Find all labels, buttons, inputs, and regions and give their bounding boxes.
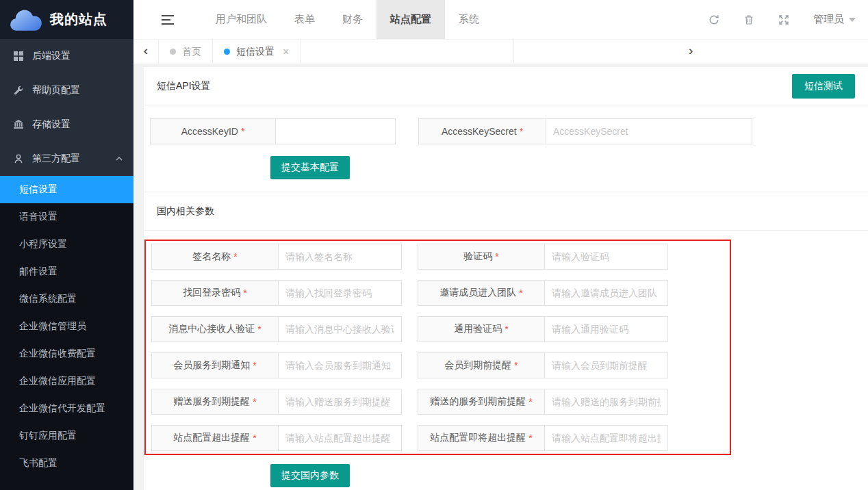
tabbar-next-button[interactable]: › [513, 40, 868, 64]
field-input[interactable] [278, 352, 402, 378]
field-label: 消息中心接收人验证* [151, 316, 279, 342]
sidebar-menu: 后端设置 帮助页配置 存储设置 第三方配置 [0, 39, 133, 176]
field-input[interactable] [544, 352, 668, 378]
field-label: AccessKeyID* [150, 118, 276, 144]
tab-status-dot-icon [224, 49, 230, 55]
sidebar-submenu-item[interactable]: 企业微信管理员 [0, 313, 133, 340]
nav-tab[interactable]: 站点配置 [376, 0, 445, 39]
field-input[interactable] [544, 316, 668, 342]
field-label: 站点配置超出提醒* [151, 425, 279, 451]
page-tab[interactable]: 短信设置 × [213, 40, 301, 64]
sidebar-menu-item[interactable]: 第三方配置 [0, 142, 133, 176]
sms-test-button[interactable]: 短信测试 [792, 74, 855, 99]
fullscreen-icon[interactable] [778, 14, 789, 25]
required-asterisk: * [257, 324, 261, 335]
nav-tab[interactable]: 用户和团队 [202, 0, 281, 39]
nav-tab-label: 表单 [294, 13, 315, 26]
form-field-group: 通用验证码* [418, 316, 669, 342]
sidebar-submenu-item[interactable]: 企业微信应用配置 [0, 368, 133, 395]
trash-icon[interactable] [743, 14, 754, 25]
annotation-box: 签名名称* 验证码* 找回登录密码* 邀请成员进入团队* 消息中心接收人验证* … [144, 240, 731, 455]
field-input[interactable] [544, 425, 668, 451]
nav-tab-label: 财务 [342, 13, 363, 26]
sidebar-submenu-item[interactable]: 企业微信代开发配置 [0, 395, 133, 422]
app-window: 我的站点 后端设置 帮助页配置 存储设置 第三方配置 短信设置 语音设置 小程序… [0, 0, 868, 490]
submenu-item-label: 微信系统配置 [19, 293, 77, 305]
user-menu[interactable]: 管理员 [813, 13, 856, 26]
field-input[interactable] [544, 389, 668, 415]
close-icon[interactable]: × [283, 46, 289, 58]
form-field-group: 会员服务到期通知* [151, 352, 403, 378]
api-section-header: 短信API设置 短信测试 [144, 67, 868, 105]
accesskeyid-input[interactable] [275, 118, 396, 144]
submenu-item-label: 企业微信代开发配置 [19, 402, 105, 415]
required-asterisk: * [495, 251, 498, 262]
required-asterisk: * [505, 324, 508, 335]
user-icon [14, 154, 23, 164]
nav-tab[interactable]: 系统 [445, 0, 493, 39]
domestic-section-header: 国内相关参数 [144, 192, 868, 230]
sidebar-submenu-item[interactable]: 钉钉应用配置 [0, 422, 133, 450]
required-asterisk: * [233, 251, 237, 262]
sidebar-menu-item[interactable]: 存储设置 [0, 107, 133, 142]
nav-tabs: 用户和团队 表单 财务 站点配置 系统 [202, 0, 493, 39]
field-input[interactable] [278, 244, 402, 270]
field-input[interactable] [278, 280, 402, 306]
menu-item-label: 存储设置 [32, 118, 71, 131]
field-label: 会员服务到期通知* [151, 352, 279, 378]
main-pane: 用户和团队 表单 财务 站点配置 系统 [133, 0, 868, 490]
submit-basic-config-button[interactable]: 提交基本配置 [270, 156, 350, 179]
accesskeysecret-input[interactable] [546, 118, 752, 144]
top-navbar: 用户和团队 表单 财务 站点配置 系统 [133, 0, 868, 39]
field-label: 邀请成员进入团队* [418, 280, 545, 306]
submenu-item-label: 企业微信管理员 [19, 320, 86, 333]
required-asterisk: * [514, 360, 518, 371]
sidebar-menu-item[interactable]: 后端设置 [0, 39, 133, 73]
form-field-group: 消息中心接收人验证* [151, 316, 403, 342]
submenu-item-label: 飞书配置 [19, 457, 58, 469]
form-field-group: 站点配置超出提醒* [151, 425, 403, 451]
sidebar-submenu-item[interactable]: 小程序设置 [0, 231, 133, 258]
field-input[interactable] [278, 389, 402, 415]
nav-tab[interactable]: 财务 [329, 0, 376, 39]
field-label: 赠送的服务到期前提醒* [418, 389, 545, 415]
menu-item-label: 第三方配置 [32, 153, 80, 165]
sidebar-submenu-item[interactable]: 企业微信收费配置 [0, 340, 133, 368]
site-title: 我的站点 [50, 10, 107, 29]
field-input[interactable] [278, 316, 402, 342]
user-name: 管理员 [813, 13, 844, 26]
sidebar-submenu-item[interactable]: 短信设置 [0, 176, 133, 203]
field-input[interactable] [278, 425, 402, 451]
collapse-sidebar-button[interactable] [133, 0, 202, 39]
required-asterisk: * [253, 360, 256, 371]
sidebar-submenu-item[interactable]: 语音设置 [0, 203, 133, 231]
submenu-item-label: 邮件设置 [19, 266, 58, 278]
field-input[interactable] [544, 244, 668, 270]
submenu-item-label: 语音设置 [19, 211, 58, 223]
menu-item-label: 后端设置 [32, 50, 71, 62]
refresh-icon[interactable] [709, 14, 719, 25]
form-field-group: AccessKeySecret* [418, 118, 752, 144]
logo: 我的站点 [0, 0, 133, 39]
tabbar-prev-button[interactable]: ‹ [133, 40, 159, 64]
grid-icon [14, 51, 23, 61]
submenu-item-label: 企业微信应用配置 [19, 375, 96, 387]
form-field-group: 赠送服务到期提醒* [151, 389, 403, 415]
field-input[interactable] [544, 280, 668, 306]
form-field-group: 赠送的服务到期前提醒* [418, 389, 669, 415]
sidebar-submenu-item[interactable]: 微信系统配置 [0, 285, 133, 313]
sidebar-menu-item[interactable]: 帮助页配置 [0, 73, 133, 107]
sidebar-submenu-item[interactable]: 飞书配置 [0, 450, 133, 477]
form-field-group: 站点配置即将超出提醒* [418, 425, 669, 451]
field-label: 通用验证码* [418, 316, 545, 342]
domestic-section-title: 国内相关参数 [157, 205, 214, 218]
api-fields-row: AccessKeyID* AccessKeySecret* [150, 118, 868, 144]
submit-domestic-params-button[interactable]: 提交国内参数 [270, 464, 350, 487]
field-label: 验证码* [418, 244, 545, 270]
tab-label: 短信设置 [236, 46, 275, 58]
page-tab[interactable]: 首页 [159, 40, 213, 64]
nav-tab[interactable]: 表单 [281, 0, 329, 39]
divider [144, 230, 868, 231]
sidebar-submenu-item[interactable]: 邮件设置 [0, 258, 133, 285]
form-field-group: 签名名称* [151, 244, 403, 270]
